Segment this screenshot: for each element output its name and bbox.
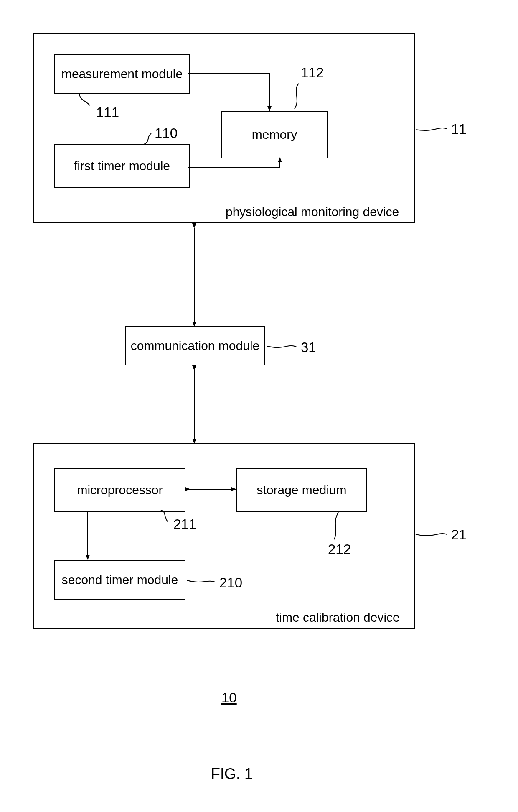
arrow-layer (0, 0, 518, 812)
diagram-canvas: physiological monitoring device time cal… (0, 0, 518, 812)
